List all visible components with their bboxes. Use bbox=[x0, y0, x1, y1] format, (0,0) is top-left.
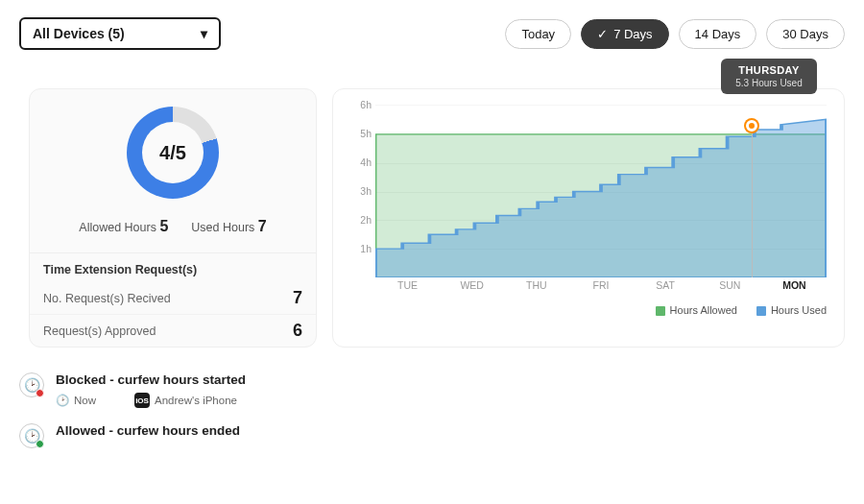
filter-14-days-label: 14 Days bbox=[695, 27, 741, 41]
chart-tooltip-subtitle: 5.3 Hours Used bbox=[731, 78, 807, 88]
x-tick: MON bbox=[762, 279, 827, 297]
allowed-hours: Allowed Hours 5 bbox=[79, 218, 168, 235]
y-tick: 2h bbox=[360, 214, 372, 226]
filter-today-label: Today bbox=[521, 27, 555, 41]
plot-region bbox=[375, 105, 827, 277]
used-hours-value: 7 bbox=[258, 218, 267, 234]
donut-chart: 4/5 bbox=[30, 107, 316, 199]
device-select-label: All Devices (5) bbox=[33, 26, 125, 41]
status-blocked-title: Blocked - curfew hours started bbox=[56, 372, 845, 387]
date-range-filter: Today ✓ 7 Days 14 Days 30 Days bbox=[505, 19, 845, 49]
status-blocked[interactable]: 🕑 Blocked - curfew hours started 🕑Now iO… bbox=[19, 365, 845, 416]
filter-30-days-label: 30 Days bbox=[782, 27, 828, 41]
hours-row: Allowed Hours 5 Used Hours 7 bbox=[30, 218, 316, 235]
requests-title: Time Extension Request(s) bbox=[30, 253, 316, 282]
y-tick: 3h bbox=[360, 185, 372, 197]
device-select[interactable]: All Devices (5) ▾ bbox=[19, 17, 221, 50]
requests-approved-label: Request(s) Approved bbox=[43, 324, 156, 338]
x-tick: THU bbox=[504, 279, 568, 297]
used-hours: Used Hours 7 bbox=[191, 218, 266, 235]
used-hours-label: Used Hours bbox=[191, 221, 254, 234]
filter-7-days-label: 7 Days bbox=[613, 27, 652, 41]
y-tick: 6h bbox=[360, 99, 372, 110]
y-axis: 6h 5h 4h 3h 2h 1h bbox=[350, 105, 373, 277]
status-list: 🕑 Blocked - curfew hours started 🕑Now iO… bbox=[0, 359, 864, 462]
legend-allowed-label: Hours Allowed bbox=[670, 304, 737, 316]
chart-tooltip: THURSDAY 5.3 Hours Used bbox=[721, 59, 817, 94]
filter-14-days[interactable]: 14 Days bbox=[679, 19, 757, 49]
donut-ratio: 4/5 bbox=[142, 122, 204, 183]
x-tick: SUN bbox=[698, 279, 762, 297]
status-allowed[interactable]: 🕑 Allowed - curfew hours ended bbox=[19, 416, 845, 456]
status-allowed-title: Allowed - curfew hours ended bbox=[56, 423, 845, 438]
chart-tooltip-title: THURSDAY bbox=[731, 64, 807, 76]
status-when-label: Now bbox=[74, 395, 96, 406]
check-icon: ✓ bbox=[597, 27, 608, 41]
status-device-label: Andrew's iPhone bbox=[155, 395, 237, 406]
legend-swatch-allowed bbox=[656, 306, 665, 316]
requests-received-label: No. Request(s) Recived bbox=[43, 292, 171, 305]
status-device: iOSAndrew's iPhone bbox=[134, 393, 237, 408]
status-body: Blocked - curfew hours started 🕑Now iOSA… bbox=[56, 372, 845, 408]
x-tick: SAT bbox=[634, 279, 698, 297]
x-axis: TUE WED THU FRI SAT SUN MON bbox=[375, 279, 827, 297]
legend-used-label: Hours Used bbox=[771, 304, 827, 316]
highlight-marker-icon bbox=[746, 120, 757, 132]
legend-swatch-used bbox=[756, 306, 766, 316]
filter-30-days[interactable]: 30 Days bbox=[766, 19, 845, 49]
filter-today[interactable]: Today bbox=[505, 19, 571, 49]
usage-chart-card: THURSDAY 5.3 Hours Used 6h 5h 4h 3h 2h 1… bbox=[332, 88, 845, 348]
highlight-line bbox=[752, 126, 753, 277]
requests-received-row: No. Request(s) Recived 7 bbox=[30, 282, 316, 314]
status-when: 🕑Now bbox=[56, 394, 96, 407]
y-tick: 1h bbox=[360, 243, 372, 254]
y-tick: 5h bbox=[360, 128, 372, 139]
filter-7-days[interactable]: ✓ 7 Days bbox=[581, 19, 668, 49]
requests-received-value: 7 bbox=[293, 288, 302, 308]
donut-ring: 4/5 bbox=[127, 107, 219, 199]
requests-approved-value: 6 bbox=[293, 321, 302, 341]
allowed-hours-label: Allowed Hours bbox=[79, 221, 156, 234]
legend-allowed: Hours Allowed bbox=[656, 304, 737, 316]
chart-legend: Hours Allowed Hours Used bbox=[350, 304, 827, 316]
topbar: All Devices (5) ▾ Today ✓ 7 Days 14 Days… bbox=[0, 0, 864, 60]
summary-card: 4/5 Allowed Hours 5 Used Hours 7 Time Ex… bbox=[29, 88, 317, 348]
x-tick: FRI bbox=[568, 279, 633, 297]
y-tick: 4h bbox=[360, 156, 372, 168]
x-tick: TUE bbox=[375, 279, 440, 297]
clock-small-icon: 🕑 bbox=[56, 394, 69, 407]
clock-blocked-icon: 🕑 bbox=[19, 372, 44, 397]
clock-allowed-icon: 🕑 bbox=[19, 423, 44, 448]
chart-area[interactable]: 6h 5h 4h 3h 2h 1h bbox=[350, 105, 827, 297]
x-tick: WED bbox=[440, 279, 504, 297]
ios-badge-icon: iOS bbox=[134, 393, 150, 408]
allowed-hours-value: 5 bbox=[159, 218, 168, 234]
requests-approved-row: Request(s) Approved 6 bbox=[30, 314, 316, 347]
panels: 4/5 Allowed Hours 5 Used Hours 7 Time Ex… bbox=[0, 60, 864, 359]
legend-used: Hours Used bbox=[756, 304, 827, 316]
status-body: Allowed - curfew hours ended bbox=[56, 423, 845, 438]
chevron-down-icon: ▾ bbox=[201, 26, 207, 41]
status-blocked-meta: 🕑Now iOSAndrew's iPhone bbox=[56, 393, 845, 408]
chart-svg bbox=[375, 106, 827, 277]
